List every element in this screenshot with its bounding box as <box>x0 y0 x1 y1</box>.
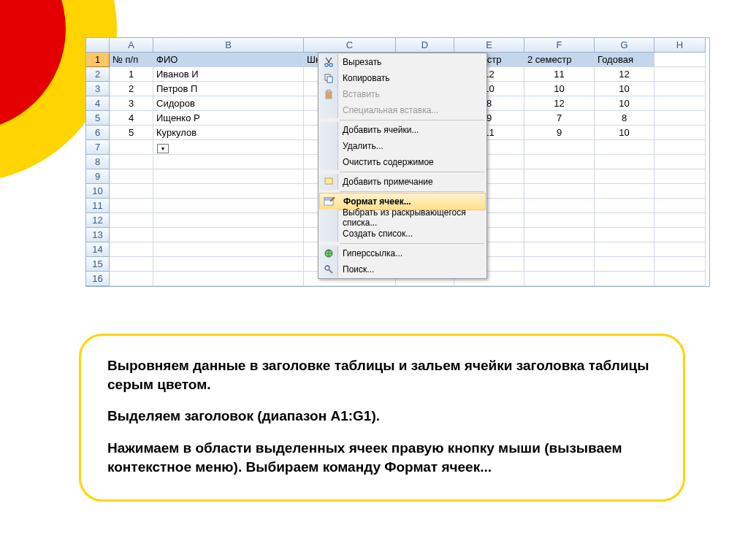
cell-B8[interactable] <box>153 155 304 169</box>
cell-B10[interactable] <box>153 184 304 199</box>
cell-H4[interactable] <box>654 96 706 111</box>
cell-A11[interactable] <box>110 199 153 213</box>
cell-F4[interactable]: 12 <box>524 96 595 111</box>
col-header-A[interactable]: A <box>110 38 153 53</box>
cell-H16[interactable] <box>654 272 706 286</box>
cell-F13[interactable] <box>524 228 595 242</box>
cell-G2[interactable]: 12 <box>595 67 654 82</box>
row-header-15[interactable]: 15 <box>86 257 110 272</box>
cell-F8[interactable] <box>524 155 595 169</box>
cell-F16[interactable] <box>524 272 595 286</box>
cell-B16[interactable] <box>153 272 304 286</box>
cell-F2[interactable]: 11 <box>524 67 595 82</box>
cell-A12[interactable] <box>110 213 153 228</box>
row-header-16[interactable]: 16 <box>86 272 110 286</box>
col-header-H[interactable]: H <box>654 38 706 53</box>
row-header-8[interactable]: 8 <box>86 155 110 169</box>
cell-A15[interactable] <box>110 257 153 272</box>
cm-copy[interactable]: Копировать <box>319 70 486 86</box>
col-header-B[interactable]: B <box>153 38 304 53</box>
cell-H10[interactable] <box>654 184 706 199</box>
row-header-9[interactable]: 9 <box>86 169 110 184</box>
cell-A14[interactable] <box>110 242 153 257</box>
cell-B2[interactable]: Иванов И <box>153 67 304 82</box>
cell-H11[interactable] <box>654 199 706 213</box>
cell-G5[interactable]: 8 <box>595 111 654 126</box>
cell-H3[interactable] <box>654 82 706 96</box>
cell-A13[interactable] <box>110 228 153 242</box>
cell-A3[interactable]: 2 <box>110 82 153 96</box>
cell-B12[interactable] <box>153 213 304 228</box>
cell-A5[interactable]: 4 <box>110 111 153 126</box>
cm-insert-comment[interactable]: Добавить примечание <box>319 174 486 190</box>
row-header-5[interactable]: 5 <box>86 111 110 126</box>
cell-G15[interactable] <box>595 257 654 272</box>
cell-B1[interactable]: ФИО <box>153 53 304 67</box>
cell-B13[interactable] <box>153 228 304 242</box>
row-header-10[interactable]: 10 <box>86 184 110 199</box>
cell-H6[interactable] <box>654 126 706 140</box>
row-header-1[interactable]: 1 <box>86 53 110 67</box>
cell-B9[interactable] <box>153 169 304 184</box>
cell-F3[interactable]: 10 <box>524 82 595 96</box>
cell-G3[interactable]: 10 <box>595 82 654 96</box>
cell-H2[interactable] <box>654 67 706 82</box>
row-header-11[interactable]: 11 <box>86 199 110 213</box>
cell-A6[interactable]: 5 <box>110 126 153 140</box>
cm-clear[interactable]: Очистить содержимое <box>319 154 486 170</box>
cell-A8[interactable] <box>110 155 153 169</box>
select-all-corner[interactable] <box>86 38 110 53</box>
cell-A10[interactable] <box>110 184 153 199</box>
cm-create-list[interactable]: Создать список... <box>319 226 486 242</box>
cell-G11[interactable] <box>595 199 654 213</box>
cell-G6[interactable]: 10 <box>595 126 654 140</box>
row-header-7[interactable]: 7 <box>86 140 110 155</box>
cm-delete[interactable]: Удалить... <box>319 138 486 154</box>
cell-G8[interactable] <box>595 155 654 169</box>
cell-B14[interactable] <box>153 242 304 257</box>
cm-cut[interactable]: Вырезать <box>319 54 486 70</box>
cell-B5[interactable]: Ищенко Р <box>153 111 304 126</box>
cell-A16[interactable] <box>110 272 153 286</box>
cell-F15[interactable] <box>524 257 595 272</box>
cell-H8[interactable] <box>654 155 706 169</box>
cell-A2[interactable]: 1 <box>110 67 153 82</box>
cell-B4[interactable]: Сидоров <box>153 96 304 111</box>
cell-G13[interactable] <box>595 228 654 242</box>
cell-F11[interactable] <box>524 199 595 213</box>
col-header-G[interactable]: G <box>595 38 654 53</box>
cell-H13[interactable] <box>654 228 706 242</box>
cell-G7[interactable] <box>595 140 654 155</box>
cell-H14[interactable] <box>654 242 706 257</box>
cell-F6[interactable]: 9 <box>524 126 595 140</box>
cell-H1[interactable] <box>654 53 706 67</box>
cell-F7[interactable] <box>524 140 595 155</box>
smart-tag-icon[interactable]: ▾ <box>157 144 169 153</box>
cell-F5[interactable]: 7 <box>524 111 595 126</box>
cell-F12[interactable] <box>524 213 595 228</box>
cell-F9[interactable] <box>524 169 595 184</box>
cell-B11[interactable] <box>153 199 304 213</box>
cm-hyperlink[interactable]: Гиперссылка... <box>319 245 486 261</box>
row-header-3[interactable]: 3 <box>86 82 110 96</box>
cell-B3[interactable]: Петров П <box>153 82 304 96</box>
cell-F14[interactable] <box>524 242 595 257</box>
row-header-4[interactable]: 4 <box>86 96 110 111</box>
col-header-E[interactable]: E <box>454 38 524 53</box>
cell-F10[interactable] <box>524 184 595 199</box>
cell-G9[interactable] <box>595 169 654 184</box>
col-header-D[interactable]: D <box>396 38 454 53</box>
cell-H15[interactable] <box>654 257 706 272</box>
cell-G16[interactable] <box>595 272 654 286</box>
cell-B7[interactable]: ▾ <box>153 140 304 155</box>
cell-A9[interactable] <box>110 169 153 184</box>
col-header-C[interactable]: C <box>304 38 396 53</box>
cell-H5[interactable] <box>654 111 706 126</box>
cell-A1[interactable]: № п/п <box>110 53 153 67</box>
cell-G12[interactable] <box>595 213 654 228</box>
row-header-2[interactable]: 2 <box>86 67 110 82</box>
col-header-F[interactable]: F <box>524 38 595 53</box>
cell-H12[interactable] <box>654 213 706 228</box>
cell-G10[interactable] <box>595 184 654 199</box>
cell-G1[interactable]: Годовая <box>595 53 654 67</box>
